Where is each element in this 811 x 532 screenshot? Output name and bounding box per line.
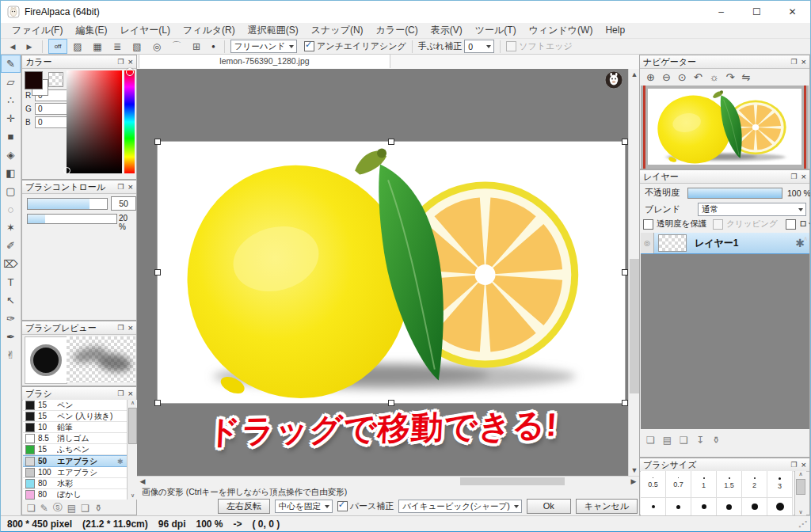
snap-parallel-button[interactable]: ▨ (68, 39, 87, 54)
interpolation-select[interactable]: バイキュービック(シャープ) (398, 500, 521, 513)
menu-item[interactable]: 編集(E) (69, 23, 113, 38)
brush-size-cell[interactable]: 3 (767, 471, 793, 498)
snap-horizontal-button[interactable]: ≣ (108, 39, 127, 54)
snap-concentric-button[interactable]: ◎ (147, 39, 166, 54)
scroll-up-icon[interactable]: ∧ (803, 235, 808, 242)
brush-size-value[interactable]: 50 (111, 196, 136, 211)
flip-horizontal-button[interactable]: 左右反転 (218, 499, 270, 514)
brush-list-item[interactable]: 80 ぼかし ✱ (23, 489, 127, 500)
snap-vanishing-button[interactable]: ▧ (128, 39, 147, 54)
canvas-vscrollbar[interactable]: ▲ ▼ (628, 69, 640, 476)
fill-rect-tool[interactable]: ■ (1, 127, 21, 146)
text-tool[interactable]: T (1, 273, 21, 291)
transform-handle[interactable] (154, 139, 161, 145)
g-field[interactable]: 0 (35, 103, 69, 115)
operation-tool[interactable]: ↖ (1, 291, 21, 310)
clipping-checkbox[interactable] (713, 219, 723, 230)
menu-item[interactable]: フィルタ(R) (177, 23, 242, 38)
stabilizer-select[interactable]: 0 (464, 40, 494, 53)
dock-icon[interactable]: ❐ (117, 58, 124, 66)
brush-folder-icon[interactable]: ▤ (67, 503, 76, 514)
select-rect-tool[interactable]: ▢ (1, 182, 21, 200)
dock-icon[interactable]: ❐ (117, 324, 124, 332)
transform-handle[interactable] (388, 139, 394, 145)
brush-list-scrollbar[interactable]: ∧ ∨ (127, 400, 138, 500)
menu-item[interactable]: ウィンドウ(W) (523, 23, 600, 38)
smudge-tool[interactable]: ∴ (1, 91, 21, 109)
brush-size-cell[interactable]: 0.5 (641, 471, 666, 498)
scroll-thumb[interactable] (128, 408, 137, 444)
sv-picker-cursor[interactable] (63, 167, 70, 174)
canvas-workspace[interactable]: ドラッグで移動できる! (137, 69, 628, 476)
curve-tool[interactable]: ✑ (1, 310, 21, 328)
dock-icon[interactable]: ❐ (790, 58, 797, 66)
brush-size-cell[interactable] (767, 498, 793, 516)
brush-list-item[interactable]: 50 エアブラシ ✱ (23, 455, 127, 467)
scroll-up-icon[interactable]: ∧ (795, 471, 806, 477)
brush-list-item[interactable]: 15 ペン (入り抜き) ✱ (23, 411, 127, 422)
brush-list-item[interactable]: 100 エアブラシ ✱ (23, 467, 127, 478)
close-panel-icon[interactable]: × (128, 182, 133, 192)
b-field[interactable]: 0 (35, 116, 69, 128)
snap-grid-button[interactable]: ▦ (88, 39, 107, 54)
magic-wand-tool[interactable]: ✶ (1, 218, 21, 237)
perspective-checkbox[interactable] (337, 501, 348, 511)
move-tool[interactable]: ✛ (1, 109, 21, 127)
merge-layer-icon[interactable]: ↧ (696, 435, 704, 446)
menu-item[interactable]: 選択範囲(S) (242, 23, 305, 38)
add-brush-icon[interactable]: ❏ (27, 503, 36, 514)
add-layer-icon[interactable]: ❏ (646, 435, 655, 446)
saturation-value-picker[interactable] (67, 70, 122, 173)
snap-perspective-button[interactable]: ⊞ (187, 39, 206, 54)
lasso-tool[interactable]: ◌ (1, 200, 21, 218)
scroll-thumb[interactable] (630, 259, 639, 393)
delete-brush-icon[interactable]: ⚱ (94, 503, 102, 514)
maximize-button[interactable]: ☐ (739, 1, 775, 23)
brush-opacity-slider[interactable] (27, 214, 117, 224)
cancel-button[interactable]: キャンセル (576, 499, 638, 514)
hue-cursor[interactable] (126, 68, 134, 76)
rotate-reset-icon[interactable]: ☼ (710, 71, 719, 83)
hand-tool[interactable]: ✌ (1, 346, 21, 364)
brush-list-item[interactable]: 8.5 消しゴム ✱ (23, 433, 127, 444)
brush-list-item[interactable]: 80 水彩 ✱ (23, 478, 127, 489)
opacity-slider[interactable] (687, 188, 782, 199)
brush-size-cell[interactable]: 2 (742, 471, 767, 498)
center-mode-select[interactable]: 中心を固定 (275, 500, 333, 513)
flip-view-icon[interactable]: ⇋ (741, 71, 750, 83)
delete-layer-icon[interactable]: ⚱ (712, 435, 720, 446)
layer-visibility-icon[interactable]: ◎ (641, 233, 654, 253)
bucket-tool[interactable]: ◈ (1, 146, 21, 164)
antialias-checkbox[interactable] (304, 41, 314, 51)
brush-size-cell[interactable]: 1.5 (717, 471, 742, 498)
brush-list-item[interactable]: 15 ふちペン ✱ (23, 444, 127, 455)
dock-icon[interactable]: ❐ (790, 173, 797, 180)
close-panel-icon[interactable]: × (128, 57, 133, 66)
menu-item[interactable]: スナップ(N) (305, 23, 370, 38)
select-pen-tool[interactable]: ✐ (1, 237, 21, 255)
menu-item[interactable]: レイヤー(L) (113, 23, 177, 38)
resize-grip[interactable]: ⋰ (798, 519, 807, 530)
scroll-up-icon[interactable]: ▲ (629, 70, 640, 78)
rotate-left-icon[interactable]: ↶ (694, 71, 702, 83)
snap-curve-button[interactable]: ⌒ (167, 39, 186, 54)
eraser-tool[interactable]: ▱ (1, 73, 21, 91)
transform-handle[interactable] (388, 400, 394, 406)
scroll-down-icon[interactable]: ▼ (629, 466, 640, 474)
brush-size-cell[interactable] (742, 498, 767, 516)
foreground-color-swatch[interactable] (25, 71, 43, 89)
menu-item[interactable]: 表示(V) (425, 23, 469, 38)
brush-gear-icon[interactable]: ✱ (117, 458, 127, 466)
brush-size-cell[interactable]: 1 (691, 471, 717, 498)
zoom-reset-icon[interactable]: ⊙ (678, 71, 687, 83)
close-panel-icon[interactable]: × (128, 389, 133, 398)
close-panel-icon[interactable]: × (128, 323, 133, 332)
transform-handle[interactable] (154, 400, 161, 406)
close-button[interactable]: ✕ (775, 1, 810, 23)
minimize-button[interactable]: – (703, 1, 739, 23)
dock-icon[interactable]: ❐ (117, 390, 124, 397)
scroll-right-icon[interactable]: ▶ (628, 477, 639, 485)
close-panel-icon[interactable]: × (801, 460, 806, 469)
zoom-out-icon[interactable]: ⊖ (662, 71, 671, 83)
lock-checkbox[interactable] (786, 219, 796, 230)
